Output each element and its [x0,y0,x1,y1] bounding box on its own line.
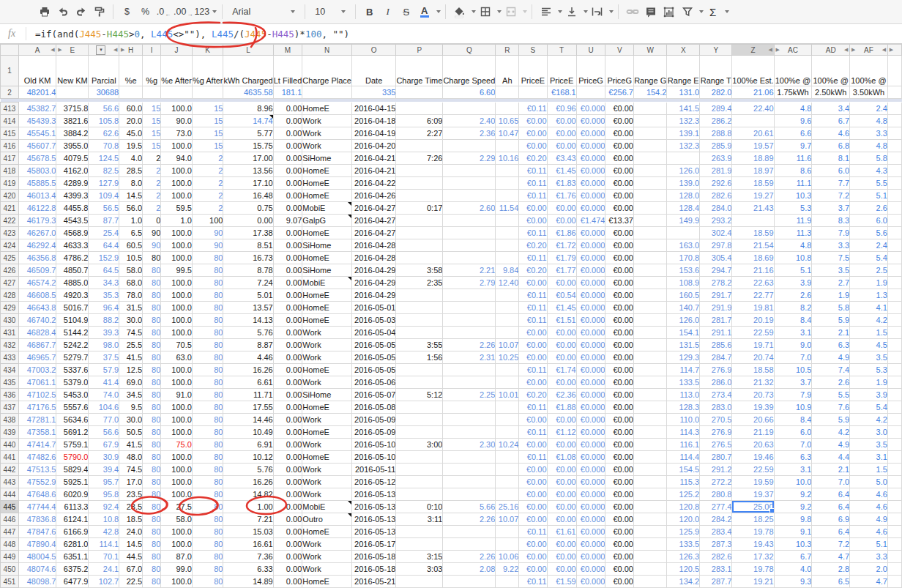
cell-S425[interactable]: €0.11 [519,252,547,264]
cell-J421[interactable]: 59.5 [161,202,193,215]
cell-S422[interactable]: €0.00 [519,215,547,227]
cell-Q418[interactable] [443,165,496,177]
cell-A448[interactable]: 47890.4 [18,538,56,551]
cell-AC437[interactable]: 10.9 [774,401,812,414]
text-wrap-button[interactable] [589,3,605,21]
cell-E428[interactable]: 4920.3 [56,289,89,302]
cell-Y435[interactable]: 286.0 [700,376,732,389]
cell-T428[interactable]: €0.54 [547,289,576,302]
cell-R431[interactable] [496,327,519,339]
cell-Y449[interactable]: 282.6 [700,551,732,563]
cell-A443[interactable]: 47552.9 [18,476,56,488]
cell-Z428[interactable]: 22.77 [732,289,774,302]
cell-U1[interactable]: PriceG [576,56,605,86]
cell-W437[interactable] [633,401,666,414]
cell-R437[interactable] [496,401,519,414]
cell-U430[interactable]: €0.000 [576,314,605,327]
cell-R438[interactable] [496,414,519,426]
cell-F439[interactable]: 56.6 [89,426,119,439]
cell-I415[interactable]: 15 [143,127,161,140]
cell-pad445[interactable] [887,501,901,513]
cell-Q436[interactable]: 2.25 [443,389,496,401]
cell-H414[interactable]: 20.0 [119,115,143,127]
cell-E433[interactable]: 5279.7 [56,351,89,364]
cell-S438[interactable]: €0.00 [519,414,547,426]
cell-L422[interactable]: 0.00 [223,215,273,227]
cell-AF414[interactable]: 4.8 [850,115,888,127]
cell-N444[interactable]: Work [302,488,352,501]
cell-P440[interactable]: 3:00 [396,439,443,451]
cell-L421[interactable]: 0.75 [223,202,273,215]
cell-S417[interactable]: €0.20 [519,152,547,165]
row-header-438[interactable]: 438 [1,414,19,426]
cell-T439[interactable]: €1.12 [547,426,576,439]
cell-L423[interactable]: 17.38 [223,227,273,239]
cell-AD441[interactable]: 4.4 [812,451,850,464]
cell-J422[interactable]: 1.0 [161,215,193,227]
cell-A424[interactable]: 46292.4 [18,239,56,252]
cell-S428[interactable]: €0.11 [519,289,547,302]
cell-F421[interactable]: 56.5 [89,202,119,215]
cell-E424[interactable]: 4633.3 [56,239,89,252]
cell-A430[interactable]: 46740.2 [18,314,56,327]
cell-O435[interactable]: 2016-05-06 [351,376,395,389]
cell-V413[interactable]: €0.00 [605,103,634,115]
cell-H1[interactable]: %e [119,56,143,86]
cell-pad418[interactable] [887,165,901,177]
filter-caret[interactable] [699,10,704,13]
cell-AC430[interactable]: 8.4 [774,314,812,327]
italic-button[interactable]: I [379,3,396,21]
cell-R421[interactable]: 11.54 [496,202,519,215]
cell-O433[interactable]: 2016-05-05 [351,351,395,364]
cell-U434[interactable]: €0.000 [576,364,605,376]
cell-U433[interactable]: €0.000 [576,351,605,364]
column-header-hidden-gap[interactable]: ▶ [887,45,901,56]
cell-K432[interactable]: 80 [192,339,223,351]
cell-F417[interactable]: 124.5 [89,152,119,165]
cell-Y422[interactable]: 293.2 [700,215,732,227]
cell-Z2[interactable]: 21.06 [732,86,774,99]
cell-L432[interactable]: 8.87 [223,339,273,351]
cell-Z418[interactable]: 18.97 [732,165,774,177]
cell-Z444[interactable]: 19.37 [732,488,774,501]
hidden-cols-right-icon[interactable]: ◀ [881,47,887,53]
cell-Y438[interactable]: 270.5 [700,414,732,426]
cell-Y417[interactable]: 263.9 [700,152,732,165]
cell-L427[interactable]: 7.24 [223,277,273,289]
cell-I449[interactable]: 80 [143,551,161,563]
cell-L425[interactable]: 16.73 [223,252,273,264]
cell-R445[interactable]: 25.16 [496,501,519,513]
cell-V426[interactable]: €0.00 [605,264,634,277]
cell-AC450[interactable]: 4.0 [774,563,812,576]
cell-N1[interactable]: Charge Place [302,56,352,86]
cell-T420[interactable]: €1.76 [547,190,576,202]
cell-Z427[interactable]: 22.63 [732,277,774,289]
cell-X422[interactable]: 149.9 [667,215,700,227]
cell-M444[interactable]: 0.00 [273,488,302,501]
cell-I448[interactable]: 80 [143,538,161,551]
cell-pad443[interactable] [887,476,901,488]
cell-M435[interactable]: 0.00 [273,376,302,389]
cell-A422[interactable]: 46179.3 [18,215,56,227]
cell-N447[interactable]: HomeE [302,526,352,538]
cell-Z441[interactable]: 19.46 [732,451,774,464]
cell-F426[interactable]: 64.5 [89,264,119,277]
cell-AD426[interactable]: 3.5 [812,264,850,277]
cell-P449[interactable]: 3:15 [396,551,443,563]
cell-T438[interactable]: €0.00 [547,414,576,426]
cell-I432[interactable]: 80 [143,339,161,351]
cell-J427[interactable]: 100.0 [161,277,193,289]
cell-Q440[interactable]: 2.30 [443,439,496,451]
cell-AD429[interactable]: 5.8 [812,302,850,314]
cell-P427[interactable]: 2:35 [396,277,443,289]
cell-V422[interactable]: €13.37 [605,215,634,227]
cell-M439[interactable]: 0.00 [273,426,302,439]
cell-O425[interactable]: 2016-04-28 [351,252,395,264]
cell-Z415[interactable]: 20.61 [732,127,774,140]
cell-AF435[interactable]: 1.9 [850,376,888,389]
column-header-P[interactable]: P [396,45,443,56]
cell-AD421[interactable]: 3.7 [812,202,850,215]
cell-O430[interactable]: 2016-05-03 [351,314,395,327]
cell-AC420[interactable]: 10.3 [774,190,812,202]
cell-AF417[interactable]: 5.8 [850,152,888,165]
